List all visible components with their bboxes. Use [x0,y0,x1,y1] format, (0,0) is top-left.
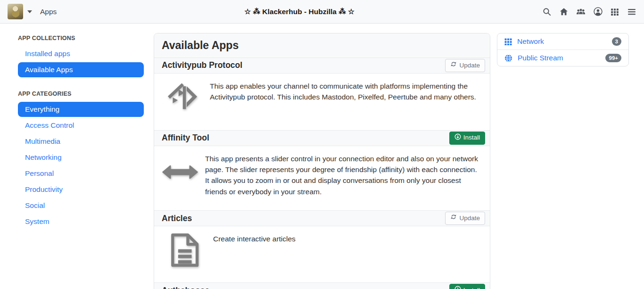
sidebar-item-networking: Networking [18,150,144,165]
network-count-badge: 3 [612,37,621,46]
update-button[interactable]: Update [445,59,485,72]
app-collections-heading: APP COLLECTIONS [18,35,144,41]
sidebar-item-available-apps: Available Apps [18,62,144,77]
activitypub-logo-icon [162,80,203,124]
app-header: Articles Update [154,210,490,226]
sidebar-link-productivity[interactable]: Productivity [18,182,144,197]
button-label: Update [459,214,480,223]
sidebar-item-installed-apps: Installed apps [18,46,144,61]
right-sidebar: Network 3 Public Stream 99+ [497,33,629,66]
left-sidebar: APP COLLECTIONS Installed apps Available… [0,24,154,230]
refresh-icon [450,214,457,223]
app-body: This app enables your channel to communi… [154,74,490,130]
sidebar-item-multimedia: Multimedia [18,134,144,149]
install-button[interactable]: Install [449,284,485,289]
app-header: Affinity Tool Install [154,130,490,146]
app-collections-list: Installed apps Available Apps [18,46,144,77]
app-name: Authchoose [162,286,209,289]
app-name: Articles [162,214,192,223]
network-link[interactable]: Network 3 [497,33,628,50]
app-categories-list: Everything Access Control Multimedia Net… [18,102,144,229]
download-circle-icon [454,286,461,289]
app-menu-label[interactable]: Apps [40,8,57,16]
sidebar-item-access-control: Access Control [18,118,144,133]
sidebar-link-everything[interactable]: Everything [18,102,144,117]
refresh-icon [450,61,457,70]
search-icon[interactable] [542,7,552,17]
app-section-authchoose: Authchoose Install [154,282,490,289]
public-stream-label: Public Stream [518,54,563,62]
install-button[interactable]: Install [449,132,485,145]
download-circle-icon [454,133,461,143]
button-label: Install [463,133,480,142]
sidebar-link-social[interactable]: Social [18,198,144,213]
button-label: Install [463,286,480,289]
sidebar-link-multimedia[interactable]: Multimedia [18,134,144,149]
apps-grid-icon[interactable] [610,7,619,17]
update-button[interactable]: Update [445,212,485,225]
network-label: Network [517,37,544,46]
sidebar-link-personal[interactable]: Personal [18,166,144,181]
sidebar-link-system[interactable]: System [18,214,144,229]
sidebar-item-social: Social [18,198,144,213]
sidebar-item-productivity: Productivity [18,182,144,197]
app-categories-heading: APP CATEGORIES [18,91,144,97]
button-label: Update [459,61,480,70]
menu-icon[interactable] [627,7,636,17]
sidebar-link-networking[interactable]: Networking [18,150,144,165]
article-document-icon [166,232,201,276]
public-stream-count-badge: 99+ [605,54,621,62]
sidebar-item-personal: Personal [18,166,144,181]
app-name: Activitypub Protocol [162,60,242,70]
account-icon[interactable] [593,7,603,17]
navbar-icons [542,7,636,17]
app-description: Create interactive articles [213,233,296,269]
page-title: Available Apps [162,39,482,52]
app-name: Affinity Tool [162,133,209,143]
network-grid-icon [504,38,512,45]
app-header: Authchoose Install [154,282,490,289]
public-stream-link[interactable]: Public Stream 99+ [497,50,628,66]
sidebar-item-system: System [18,214,144,229]
channel-avatar[interactable] [8,4,23,19]
home-icon[interactable] [559,7,569,17]
chevron-down-icon[interactable] [27,10,32,13]
app-description: This app presents a slider control in yo… [205,153,482,197]
sidebar-link-installed-apps[interactable]: Installed apps [18,46,144,61]
sidebar-link-available-apps[interactable]: Available Apps [18,62,144,77]
sidebar-link-access-control[interactable]: Access Control [18,118,144,133]
app-section-articles: Articles Update Cr [154,210,490,282]
affinity-slider-icon [162,163,198,205]
site-title: ☆ ⁂ Klackerhub - Hubzilla ⁂ ☆ [57,8,542,16]
app-body: Create interactive articles [154,226,490,282]
stream-links-widget: Network 3 Public Stream 99+ [497,33,629,66]
app-header: Activitypub Protocol Update [154,58,490,74]
app-section-activitypub: Activitypub Protocol Update [154,58,490,130]
available-apps-panel: Available Apps Activitypub Protocol Upda… [154,33,490,289]
globe-icon [504,54,512,62]
sidebar-item-everything: Everything [18,102,144,117]
panel-header: Available Apps [154,33,490,58]
connections-icon[interactable] [576,7,586,17]
app-body: This app presents a slider control in yo… [154,146,490,211]
app-description: This app enables your channel to communi… [210,81,482,117]
channel-menu: Apps [8,4,57,19]
app-section-affinity-tool: Affinity Tool Install This app presents … [154,130,490,210]
top-navbar: Apps ☆ ⁂ Klackerhub - Hubzilla ⁂ ☆ [0,0,644,24]
